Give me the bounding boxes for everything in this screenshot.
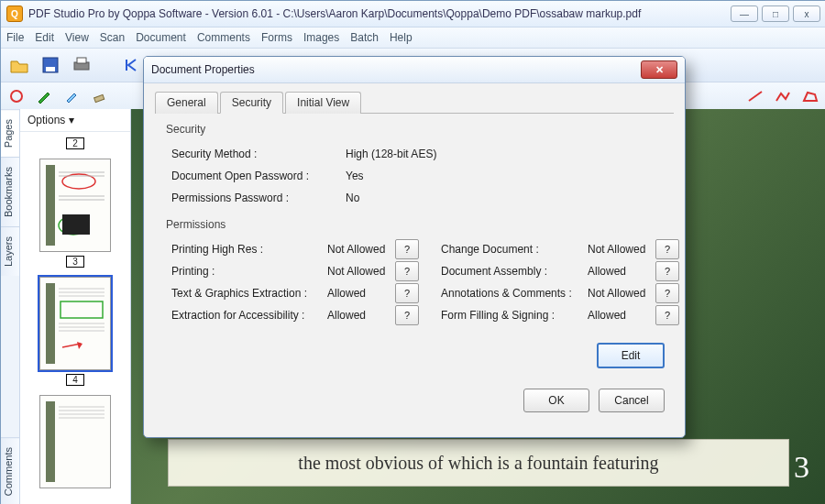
thumb-number: 4	[66, 374, 84, 386]
pencil-tool-icon[interactable]	[36, 88, 52, 104]
tab-initial-view[interactable]: Initial View	[285, 92, 361, 114]
page-text: the most obvious of which is a fountain …	[168, 439, 789, 487]
value: Not Allowed	[588, 287, 652, 300]
menu-forms[interactable]: Forms	[261, 31, 292, 44]
maximize-button[interactable]: □	[762, 5, 789, 22]
app-icon: Q	[6, 5, 23, 22]
help-button[interactable]: ?	[395, 239, 419, 259]
thumbnail-panel: Options ▾ 2 3 4	[20, 109, 131, 504]
titlebar: Q PDF Studio Pro by Qoppa Software - Ver…	[1, 1, 825, 27]
help-button[interactable]: ?	[655, 305, 679, 325]
thumbnail[interactable]	[39, 277, 111, 370]
label: Form Filling & Signing :	[426, 309, 588, 322]
sidetab-pages[interactable]: Pages	[1, 109, 19, 157]
permissions-group: Permissions Printing High Res :Not Allow…	[157, 218, 672, 326]
label: Security Method :	[157, 148, 346, 160]
side-tabs: Pages Bookmarks Layers Comments	[1, 109, 20, 504]
value: No	[346, 192, 359, 204]
help-button[interactable]: ?	[395, 261, 419, 281]
label: Text & Graphics Extraction :	[157, 287, 327, 300]
help-button[interactable]: ?	[655, 261, 679, 281]
print-icon[interactable]	[71, 54, 93, 76]
dialog-title: Document Properties	[151, 63, 641, 76]
dialog-titlebar: Document Properties ✕	[144, 57, 685, 83]
svg-rect-8	[46, 165, 55, 246]
label: Printing :	[157, 265, 327, 278]
sidetab-comments[interactable]: Comments	[1, 437, 19, 504]
help-button[interactable]: ?	[655, 239, 679, 259]
tab-security[interactable]: Security	[220, 92, 283, 114]
menu-scan[interactable]: Scan	[100, 31, 125, 44]
value: Allowed	[588, 309, 652, 322]
help-button[interactable]: ?	[395, 305, 419, 325]
svg-line-6	[749, 92, 762, 101]
label: Document Open Password :	[157, 170, 346, 182]
open-icon[interactable]	[8, 54, 30, 76]
menu-help[interactable]: Help	[390, 31, 412, 44]
menu-comments[interactable]: Comments	[197, 31, 250, 44]
svg-point-4	[11, 91, 22, 102]
close-button[interactable]: x	[793, 5, 820, 22]
value: Not Allowed	[327, 265, 391, 278]
thumbnail[interactable]	[39, 159, 111, 252]
label: Document Assembly :	[426, 265, 588, 278]
label: Permissions Password :	[157, 192, 346, 204]
label: Printing High Res :	[157, 243, 327, 256]
line-tool-icon[interactable]	[747, 88, 764, 104]
thumb-number: 3	[66, 256, 84, 268]
thumbnail[interactable]	[39, 395, 111, 488]
sidetab-layers[interactable]: Layers	[1, 226, 19, 276]
polygon-tool-icon[interactable]	[802, 88, 819, 104]
value: Not Allowed	[588, 243, 652, 256]
value: Allowed	[588, 265, 652, 278]
menu-batch[interactable]: Batch	[350, 31, 379, 44]
svg-rect-3	[77, 58, 86, 63]
svg-rect-27	[46, 401, 55, 482]
menu-images[interactable]: Images	[303, 31, 339, 44]
cancel-button[interactable]: Cancel	[599, 389, 665, 412]
thumb-number: 2	[66, 137, 84, 149]
minimize-button[interactable]: —	[731, 5, 758, 22]
menubar: File Edit View Scan Document Comments Fo…	[1, 27, 825, 49]
highlighter-tool-icon[interactable]	[63, 88, 80, 104]
sidetab-bookmarks[interactable]: Bookmarks	[1, 157, 19, 226]
value: Yes	[346, 170, 364, 182]
label: Annotations & Comments :	[426, 287, 588, 300]
value: Allowed	[327, 287, 391, 300]
thumbnail-options[interactable]: Options ▾	[20, 109, 130, 132]
value: Allowed	[327, 309, 391, 322]
document-properties-dialog: Document Properties ✕ General Security I…	[143, 56, 686, 438]
label: Extraction for Accessibility :	[157, 309, 327, 322]
window-title: PDF Studio Pro by Qoppa Software - Versi…	[28, 7, 731, 20]
menu-file[interactable]: File	[6, 31, 24, 44]
help-button[interactable]: ?	[655, 283, 679, 303]
polyline-tool-icon[interactable]	[775, 88, 791, 104]
svg-rect-5	[94, 94, 104, 102]
edit-button[interactable]: Edit	[597, 343, 665, 368]
save-icon[interactable]	[39, 54, 61, 76]
app-window: Q PDF Studio Pro by Qoppa Software - Ver…	[0, 0, 825, 504]
menu-document[interactable]: Document	[136, 31, 186, 44]
thumbnail-list: 2 3 4	[20, 132, 130, 504]
dialog-tabs: General Security Initial View	[155, 91, 674, 114]
menu-edit[interactable]: Edit	[35, 31, 54, 44]
dialog-close-button[interactable]: ✕	[641, 60, 677, 79]
security-heading: Security	[166, 123, 672, 136]
svg-rect-18	[46, 283, 55, 364]
value: High (128-bit AES)	[346, 148, 436, 160]
ok-button[interactable]: OK	[523, 389, 589, 412]
help-button[interactable]: ?	[395, 283, 419, 303]
value: Not Allowed	[327, 243, 391, 256]
menu-view[interactable]: View	[65, 31, 89, 44]
page-number: 3	[794, 450, 809, 485]
first-page-icon[interactable]	[120, 54, 142, 76]
svg-rect-16	[62, 214, 90, 235]
tab-general[interactable]: General	[155, 92, 218, 114]
circle-tool-icon[interactable]	[8, 88, 25, 104]
svg-rect-1	[46, 67, 55, 71]
label: Change Document :	[426, 243, 588, 256]
permissions-heading: Permissions	[166, 218, 672, 231]
security-group: Security Security Method :High (128-bit …	[157, 123, 672, 209]
eraser-tool-icon[interactable]	[91, 88, 107, 104]
